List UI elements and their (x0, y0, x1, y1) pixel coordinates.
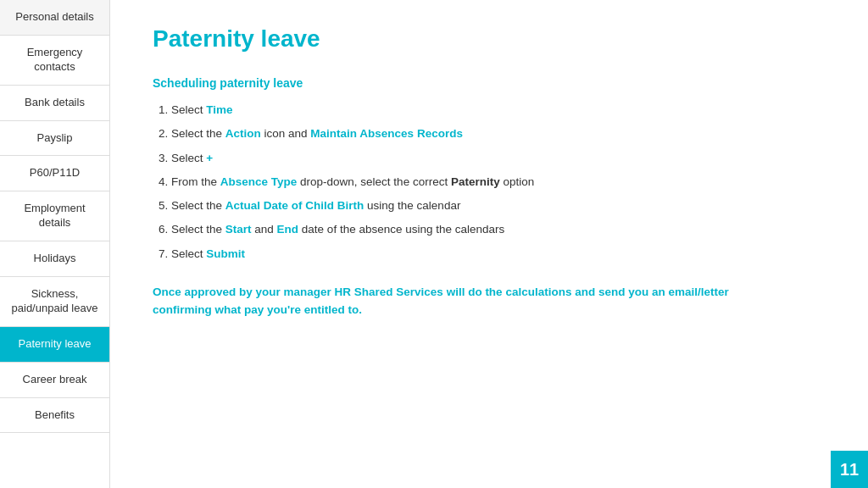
sidebar-item-payslip[interactable]: Payslip (0, 121, 109, 157)
step-3: Select + (171, 150, 826, 167)
step-4: From the Absence Type drop-down, select … (171, 174, 826, 191)
sidebar-item-personal-details[interactable]: Personal details (0, 0, 109, 36)
step-1: Select Time (171, 102, 826, 119)
sidebar-item-holidays[interactable]: Holidays (0, 241, 109, 277)
notice-text: Once approved by your manager HR Shared … (153, 283, 763, 319)
sidebar-item-bank-details[interactable]: Bank details (0, 86, 109, 121)
main-content: Paternity leave Scheduling paternity lea… (110, 0, 868, 488)
page-title: Paternity leave (153, 25, 826, 53)
sidebar-item-sickness-leave[interactable]: Sickness, paid/unpaid leave (0, 277, 109, 327)
step-6: Select the Start and End date of the abs… (171, 221, 826, 238)
step-2: Select the Action icon and Maintain Abse… (171, 125, 826, 142)
page-number: 11 (831, 451, 868, 488)
sidebar-item-p60-p11d[interactable]: P60/P11D (0, 156, 109, 191)
section-heading: Scheduling paternity leave (153, 76, 826, 90)
sidebar-item-employment-details[interactable]: Employment details (0, 191, 109, 241)
steps-list: Select TimeSelect the Action icon and Ma… (153, 102, 826, 263)
step-5: Select the Actual Date of Child Birth us… (171, 197, 826, 214)
sidebar-item-benefits[interactable]: Benefits (0, 398, 109, 434)
sidebar-item-emergency-contacts[interactable]: Emergency contacts (0, 36, 109, 86)
step-7: Select Submit (171, 246, 826, 263)
sidebar-item-paternity-leave[interactable]: Paternity leave (0, 327, 109, 363)
sidebar-item-career-break[interactable]: Career break (0, 363, 109, 398)
sidebar: Personal detailsEmergency contactsBank d… (0, 0, 110, 488)
